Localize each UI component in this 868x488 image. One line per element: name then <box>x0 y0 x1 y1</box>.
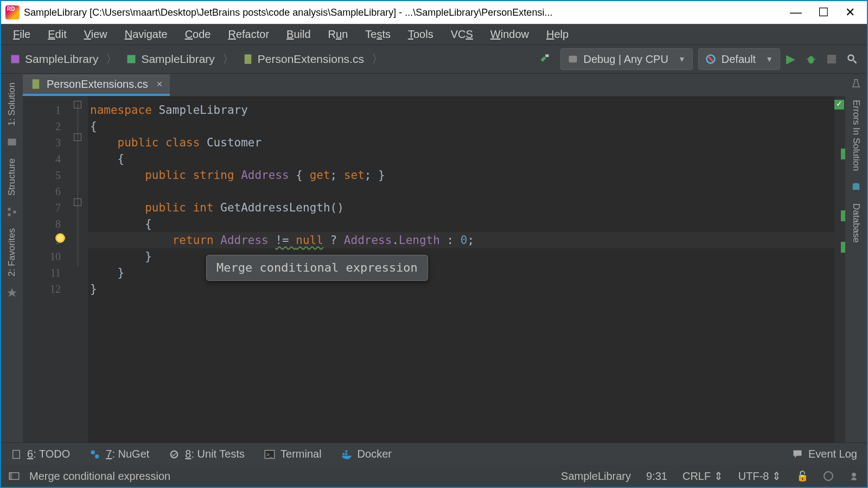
readonly-toggle-icon[interactable]: 🔓 <box>796 470 808 482</box>
toolwin-terminal[interactable]: >_ Terminal <box>264 448 322 460</box>
sidebar-tab-errors[interactable]: Errors In Solution <box>851 95 861 175</box>
menu-tests[interactable]: Tests <box>356 28 399 41</box>
menu-refactor[interactable]: Refactor <box>219 28 278 41</box>
hint-marker[interactable] <box>841 210 845 221</box>
sidebar-tab-favorites[interactable]: 2: Favorites <box>7 224 17 281</box>
tool-window-bar: 6: TODO 7: NuGet 8: Unit Tests >_ Termin… <box>1 442 867 465</box>
intention-bulb-icon[interactable] <box>55 233 65 243</box>
left-tool-strip: 1: Solution Structure 2: Favorites <box>1 74 23 442</box>
tests-icon <box>169 449 180 460</box>
profile-dropdown[interactable]: Default ▼ <box>698 48 780 70</box>
csharp-file-icon <box>242 54 253 65</box>
intention-tooltip[interactable]: Merge conditional expression <box>206 255 428 281</box>
memory-indicator-icon[interactable] <box>848 471 859 481</box>
status-caret-pos[interactable]: 9:31 <box>646 470 667 483</box>
fold-toggle[interactable] <box>74 133 81 141</box>
build-button[interactable] <box>534 49 555 69</box>
flask-icon[interactable] <box>851 78 861 89</box>
menubar: File Edit View Navigate Code Refactor Bu… <box>1 24 867 44</box>
menu-window[interactable]: Window <box>482 28 538 41</box>
menu-file[interactable]: File <box>4 28 39 41</box>
window-controls: — ☐ ✕ <box>790 7 863 18</box>
menu-view[interactable]: View <box>75 28 116 41</box>
debug-button[interactable] <box>801 49 821 69</box>
profile-label: Default <box>722 53 756 66</box>
hammer-icon <box>539 54 550 65</box>
maximize-button[interactable]: ☐ <box>818 7 829 18</box>
toolwin-label: Terminal <box>280 448 322 460</box>
menu-navigate[interactable]: Navigate <box>116 28 176 41</box>
stop-button[interactable] <box>821 49 842 69</box>
run-button[interactable]: ▶ <box>780 49 801 69</box>
status-line-sep[interactable]: CRLF ⇕ <box>682 470 723 483</box>
docker-icon <box>341 449 352 460</box>
star-icon[interactable] <box>7 287 17 298</box>
fold-gutter <box>71 97 88 442</box>
navigation-bar: SampleLibrary 〉 SampleLibrary 〉 PersonEx… <box>1 44 867 74</box>
search-everywhere-button[interactable] <box>842 49 863 69</box>
toolwin-nuget[interactable]: 7: NuGet <box>90 448 149 460</box>
hint-marker[interactable] <box>841 242 845 253</box>
line-number-gutter: 123456789101112 <box>23 97 71 442</box>
toolwin-unittests[interactable]: 8: Unit Tests <box>169 448 245 460</box>
run-config-label: Debug | Any CPU <box>584 53 668 66</box>
breadcrumb-label: PersonExtensions.cs <box>258 53 364 66</box>
close-tab-button[interactable]: × <box>157 79 163 90</box>
menu-tools[interactable]: Tools <box>399 28 442 41</box>
menu-code[interactable]: Code <box>176 28 220 41</box>
toolwindows-toggle-icon[interactable] <box>9 471 20 481</box>
fold-toggle[interactable] <box>74 101 81 108</box>
editor-tab-personextensions[interactable]: PersonExtensions.cs × <box>23 74 170 96</box>
breadcrumb-label: SampleLibrary <box>141 53 214 66</box>
clipboard-icon <box>11 449 22 460</box>
structure-icon[interactable] <box>7 207 17 217</box>
menu-vcs[interactable]: VCS <box>442 28 482 41</box>
bug-icon <box>805 53 817 65</box>
run-config-dropdown[interactable]: Debug | Any CPU ▼ <box>560 48 693 70</box>
svg-rect-4 <box>569 56 577 63</box>
terminal-icon: >_ <box>264 449 275 460</box>
inspection-profile-icon[interactable] <box>824 471 833 481</box>
svg-rect-14 <box>8 214 11 216</box>
svg-point-30 <box>852 473 856 477</box>
breadcrumb-file[interactable]: PersonExtensions.cs 〉 <box>238 52 387 67</box>
toolwin-todo[interactable]: 6: TODO <box>11 448 70 460</box>
breadcrumb-project[interactable]: SampleLibrary 〉 <box>122 52 238 67</box>
breadcrumb-solution[interactable]: SampleLibrary 〉 <box>5 52 122 67</box>
sidebar-tab-solution[interactable]: 1: Solution <box>7 78 17 130</box>
svg-rect-29 <box>9 473 12 480</box>
svg-rect-15 <box>14 211 16 214</box>
solution-explorer-icon[interactable] <box>7 137 17 147</box>
fold-toggle[interactable] <box>74 198 81 206</box>
menu-run[interactable]: Run <box>320 28 357 41</box>
speech-bubble-icon <box>792 449 803 460</box>
svg-rect-0 <box>11 55 20 63</box>
csharp-project-icon <box>126 54 137 65</box>
stop-icon <box>827 55 836 63</box>
minimize-button[interactable]: — <box>790 7 802 18</box>
database-icon[interactable] <box>851 182 861 192</box>
inspection-ok-icon[interactable] <box>834 100 844 110</box>
svg-rect-25 <box>342 453 344 455</box>
sidebar-tab-database[interactable]: Database <box>851 199 861 247</box>
code-editor[interactable]: 123456789101112 namespace SampleLibrary … <box>23 97 845 442</box>
toolwin-docker[interactable]: Docker <box>341 448 392 460</box>
hint-marker[interactable] <box>841 149 845 159</box>
chevron-down-icon: ▼ <box>765 55 773 63</box>
menu-edit[interactable]: Edit <box>39 28 75 41</box>
svg-text:>_: >_ <box>266 451 273 457</box>
sidebar-tab-structure[interactable]: Structure <box>7 154 17 200</box>
menu-build[interactable]: Build <box>278 28 319 41</box>
toolwin-eventlog[interactable]: Event Log <box>792 448 857 460</box>
status-project[interactable]: SampleLibrary <box>561 470 631 483</box>
svg-line-6 <box>708 56 713 62</box>
svg-rect-18 <box>853 184 860 190</box>
error-stripe <box>834 97 845 442</box>
chevron-right-icon: 〉 <box>219 52 234 67</box>
status-encoding[interactable]: UTF-8 ⇕ <box>738 470 781 483</box>
editor-tabs: PersonExtensions.cs × <box>23 74 845 97</box>
code-content[interactable]: namespace SampleLibrary { public class C… <box>88 97 834 442</box>
play-icon: ▶ <box>786 52 795 66</box>
menu-help[interactable]: Help <box>538 28 577 41</box>
close-button[interactable]: ✕ <box>845 7 855 18</box>
